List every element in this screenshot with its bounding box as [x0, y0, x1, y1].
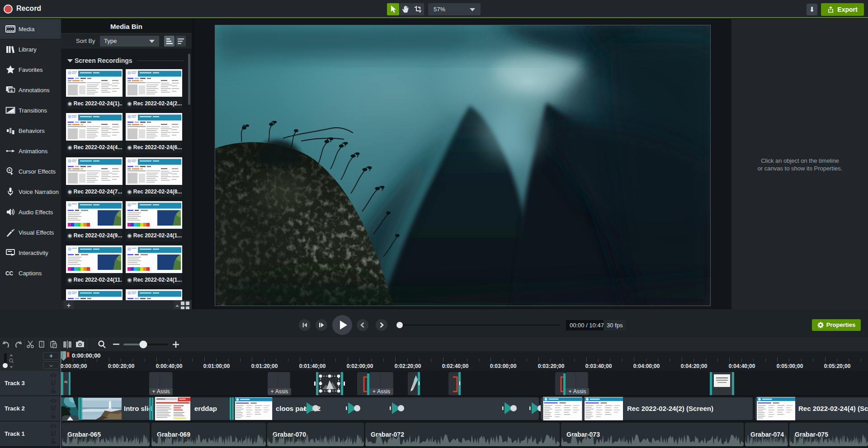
svg-text:CC: CC [5, 270, 14, 277]
svg-text:a: a [10, 88, 13, 93]
